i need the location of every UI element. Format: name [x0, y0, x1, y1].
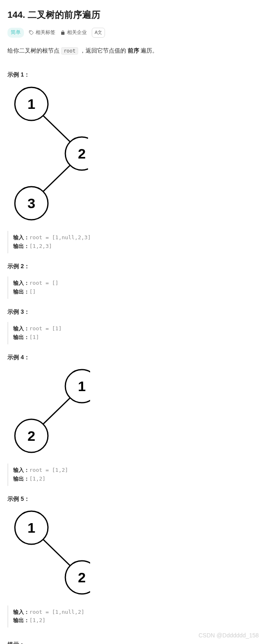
- svg-text:1: 1: [28, 520, 36, 536]
- svg-line-14: [43, 539, 70, 566]
- svg-line-1: [43, 115, 70, 142]
- input-label: 输入：: [13, 467, 29, 473]
- svg-text:2: 2: [78, 146, 86, 161]
- companies-label: 相关企业: [67, 29, 87, 36]
- problem-title: 144. 二叉树的前序遍历: [7, 7, 260, 22]
- svg-text:2: 2: [78, 570, 86, 585]
- output-label: 输出：: [13, 617, 29, 623]
- hints-title: 提示：: [7, 640, 260, 644]
- example-title: 示例 1：: [7, 70, 260, 79]
- tree-diagram: 12: [7, 368, 260, 457]
- svg-line-2: [43, 165, 70, 192]
- io-block: 输入：root = [1,2]输出：[1,2]: [7, 464, 260, 486]
- companies-link[interactable]: 相关企业: [60, 29, 87, 36]
- io-block: 输入：root = [1,null,2]输出：[1,2]: [7, 606, 260, 628]
- svg-text:2: 2: [28, 428, 36, 444]
- output-label: 输出：: [13, 243, 29, 249]
- example-title: 示例 5：: [7, 494, 260, 503]
- problem-description: 给你二叉树的根节点 root ，返回它节点值的 前序 遍历。: [7, 46, 260, 55]
- io-block: 输入：root = [1,null,2,3]输出：[1,2,3]: [7, 231, 260, 253]
- difficulty-badge: 简单: [7, 28, 24, 37]
- svg-text:3: 3: [28, 195, 36, 211]
- tree-diagram: 12: [7, 509, 260, 598]
- input-value: root = [1,null,2]: [29, 609, 84, 615]
- tree-diagram: 123: [7, 85, 260, 224]
- output-value: [1,2]: [29, 476, 45, 482]
- input-value: root = [1,null,2,3]: [29, 234, 91, 240]
- output-label: 输出：: [13, 288, 29, 295]
- watermark: CSDN @Ddddddd_158: [198, 631, 259, 640]
- tags-link[interactable]: 相关标签: [29, 29, 55, 36]
- example-title: 示例 3：: [7, 307, 260, 316]
- input-value: root = [1]: [29, 325, 62, 332]
- output-value: [1,2,3]: [29, 243, 52, 249]
- translate-button[interactable]: A文: [92, 28, 105, 38]
- meta-row: 简单 相关标签 相关企业 A文: [7, 28, 260, 38]
- input-value: root = [1,2]: [29, 467, 68, 473]
- lock-icon: [60, 30, 65, 35]
- io-block: 输入：root = []输出：[]: [7, 276, 260, 299]
- svg-line-9: [43, 398, 70, 424]
- svg-text:1: 1: [28, 96, 36, 112]
- output-label: 输出：: [13, 476, 29, 482]
- tags-label: 相关标签: [36, 29, 55, 36]
- inline-code: root: [61, 47, 78, 55]
- output-value: [1]: [29, 334, 39, 340]
- input-value: root = []: [29, 280, 58, 286]
- output-value: []: [29, 288, 36, 295]
- input-label: 输入：: [13, 609, 29, 615]
- tag-icon: [29, 30, 34, 35]
- io-block: 输入：root = [1]输出：[1]: [7, 322, 260, 344]
- output-label: 输出：: [13, 334, 29, 340]
- input-label: 输入：: [13, 325, 29, 332]
- svg-point-0: [30, 31, 31, 32]
- input-label: 输入：: [13, 280, 29, 286]
- input-label: 输入：: [13, 234, 29, 240]
- output-value: [1,2]: [29, 617, 45, 623]
- example-title: 示例 4：: [7, 353, 260, 362]
- example-title: 示例 2：: [7, 262, 260, 271]
- svg-text:1: 1: [78, 378, 86, 394]
